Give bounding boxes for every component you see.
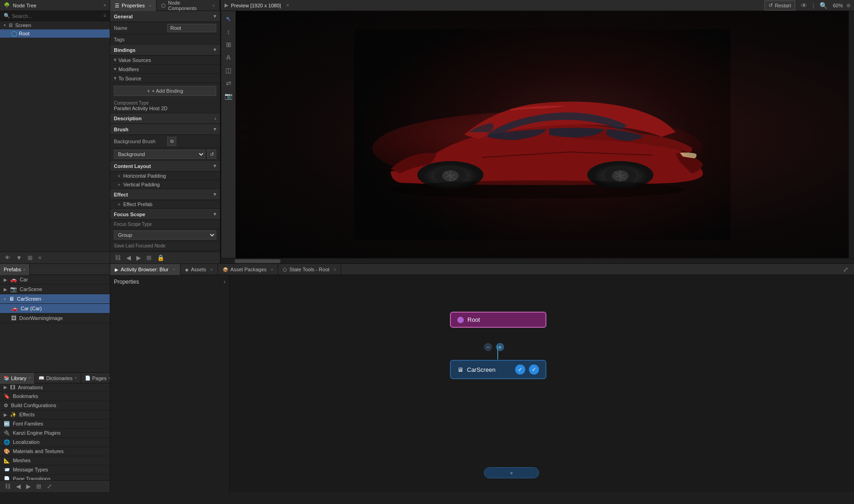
zoom-in-btn[interactable]: 🔍 <box>818 1 829 10</box>
lib-build-configs[interactable]: ⚙ Build Configurations <box>0 401 110 410</box>
ap-close[interactable]: × <box>271 267 274 272</box>
root-node-box[interactable]: Root <box>450 312 546 328</box>
section-brush[interactable]: Brush ▾ <box>110 124 220 135</box>
assets-close[interactable]: × <box>210 267 213 272</box>
preview-scrollbar[interactable] <box>221 258 854 263</box>
section-focus-scope[interactable]: Focus Scope ▾ <box>110 209 220 220</box>
zoom-dot <box>847 4 850 7</box>
ab-close[interactable]: × <box>173 267 175 272</box>
arrow-tool-btn[interactable]: ↖ <box>223 13 235 25</box>
vertical-padding-item[interactable]: + Vertical Padding <box>110 180 220 189</box>
tab-assets[interactable]: ◈ Assets × <box>180 264 218 275</box>
carscreen-check-2[interactable]: ✓ <box>529 364 539 375</box>
prefab-carscene[interactable]: ▶ 📷 CarScene <box>0 285 110 294</box>
horizontal-padding-item[interactable]: + Horizontal Padding <box>110 172 220 180</box>
dict-close[interactable]: × <box>74 375 77 381</box>
camera-tool-btn[interactable]: 📷 <box>223 90 235 102</box>
connector-minus-btn[interactable]: − <box>484 343 492 351</box>
st-close[interactable]: × <box>334 267 337 272</box>
bg-brush-reset-btn[interactable]: ↺ <box>207 150 216 159</box>
props-tab-close[interactable]: × <box>149 3 152 8</box>
prefab-carscreen[interactable]: ▾ 🖥 CarScreen <box>0 294 110 304</box>
eye-toggle-btn[interactable]: 👁 <box>3 253 12 262</box>
lib-grid-btn[interactable]: ⊞ <box>34 482 43 491</box>
node-comp-close[interactable]: × <box>212 3 215 8</box>
lib-materials[interactable]: 🎨 Materials and Textures <box>0 447 110 456</box>
grid-tool-btn[interactable]: ⊞ <box>223 39 235 50</box>
lib-meshes[interactable]: 📐 Meshes <box>0 456 110 465</box>
section-general[interactable]: General ▾ <box>110 11 220 22</box>
tab-dictionaries[interactable]: 📖 Dictionaries × <box>35 373 81 384</box>
name-input[interactable] <box>167 24 216 32</box>
lib-localization[interactable]: 🌐 Localization <box>0 438 110 447</box>
tab-prefabs[interactable]: Prefabs × <box>0 264 30 275</box>
lib-kanzi[interactable]: 🔌 Kanzi Engine Plugins <box>0 429 110 438</box>
prefab-car-car[interactable]: 🚗 Car (Car) <box>0 304 110 314</box>
expand-state-btn[interactable]: ⤢ <box>841 265 850 274</box>
restart-label: Restart <box>775 3 791 8</box>
restart-btn[interactable]: ↺ Restart <box>764 0 795 11</box>
lib-close[interactable]: × <box>28 375 31 381</box>
tags-input[interactable] <box>166 37 220 42</box>
bg-brush-copy-btn[interactable]: ⧉ <box>167 137 176 146</box>
prefab-doorwarning[interactable]: 🖼 DoorWarningImage <box>0 314 110 323</box>
add-node-btn[interactable]: + <box>484 467 539 478</box>
tab-properties[interactable]: ☰ Properties × <box>110 0 157 11</box>
preview-close[interactable]: × <box>287 3 289 8</box>
preview-side-toolbar: ↖ ↕ ⊞ A ◫ ⇄ 📷 <box>221 11 236 258</box>
lib-bookmarks[interactable]: 🔖 Bookmarks <box>0 392 110 401</box>
tab-node-components[interactable]: ⬡ Node Components × <box>157 0 220 11</box>
prefabs-close[interactable]: × <box>23 267 26 272</box>
eye-preview-btn[interactable]: 👁 <box>799 1 809 10</box>
bg-brush-select[interactable]: Background <box>114 150 205 159</box>
lib-messages[interactable]: 📨 Message Types <box>0 465 110 475</box>
tree-item-root[interactable]: ◯ Root <box>0 29 110 38</box>
tab-state-tools[interactable]: ⬡ State Tools - Root × <box>278 264 341 275</box>
lower-left-tabs: Prefabs × <box>0 264 110 275</box>
props-column-arrow[interactable]: › <box>224 279 225 285</box>
node-tree-close[interactable]: × <box>103 3 106 8</box>
binding-to-source[interactable]: ▾ To Source <box>110 74 220 83</box>
lib-fonts[interactable]: 🔤 Font Families <box>0 420 110 429</box>
effect-prefab-item[interactable]: + Effect Prefab <box>110 200 220 209</box>
tab-activity-browser[interactable]: ▶ Activity Browser: Blur × <box>110 264 180 275</box>
filter-btn[interactable]: ▼ <box>14 253 24 262</box>
binding-modifiers[interactable]: ▾ Modifiers <box>110 65 220 74</box>
car-label: Car <box>20 277 28 282</box>
lock-btn[interactable]: 🔒 <box>155 253 166 262</box>
search-input[interactable] <box>12 13 101 19</box>
share-tool-btn[interactable]: ⇄ <box>223 77 235 89</box>
lib-animations[interactable]: ▶ 🎞 Animations <box>0 383 110 392</box>
lib-link-btn[interactable]: ⛓ <box>3 482 12 491</box>
add-binding-btn[interactable]: + + Add Binding <box>114 86 216 96</box>
close-panel-btn[interactable]: × <box>36 253 44 262</box>
lib-forward-btn[interactable]: ▶ <box>24 482 33 491</box>
text-tool-btn[interactable]: A <box>223 51 235 63</box>
link-btn[interactable]: ⛓ <box>113 253 123 262</box>
section-effect[interactable]: Effect ▾ <box>110 189 220 200</box>
lib-page-transitions[interactable]: 📄 Page Transitions <box>0 475 110 481</box>
carscreen-node-box[interactable]: 🖥 CarScreen ✓ ✓ <box>450 360 546 379</box>
carscreen-check-1[interactable]: ✓ <box>515 364 525 375</box>
grid-view-btn[interactable]: ⊞ <box>26 253 34 262</box>
back-btn[interactable]: ◀ <box>124 253 133 262</box>
preview-right-scrollbar[interactable] <box>848 11 854 258</box>
focus-scope-select[interactable]: Group <box>114 230 216 240</box>
binding-value-sources[interactable]: ▾ Value Sources <box>110 56 220 65</box>
node-tree-tab[interactable]: 🌳 Node Tree × <box>0 0 110 11</box>
grid-btn[interactable]: ⊞ <box>145 253 153 262</box>
tree-item-screen[interactable]: ▾ 🖥 Screen <box>0 21 110 29</box>
lib-back-btn[interactable]: ◀ <box>14 482 22 491</box>
lib-expand-btn[interactable]: ⤢ <box>45 482 54 491</box>
section-description[interactable]: Description › <box>110 113 220 124</box>
tab-library[interactable]: 📚 Library × <box>0 373 35 384</box>
forward-btn[interactable]: ▶ <box>135 253 143 262</box>
section-content-layout[interactable]: Content Layout ▾ <box>110 161 220 172</box>
preview-scrollbar-thumb[interactable] <box>235 259 281 263</box>
layers-tool-btn[interactable]: ◫ <box>223 64 235 76</box>
cursor-tool-btn[interactable]: ↕ <box>223 26 235 38</box>
section-bindings[interactable]: Bindings ▾ <box>110 45 220 56</box>
prefab-car[interactable]: ▶ 🚗 Car <box>0 275 110 285</box>
tab-asset-packages[interactable]: 📦 Asset Packages × <box>218 264 279 275</box>
lib-effects[interactable]: ▶ ✨ Effects <box>0 410 110 420</box>
